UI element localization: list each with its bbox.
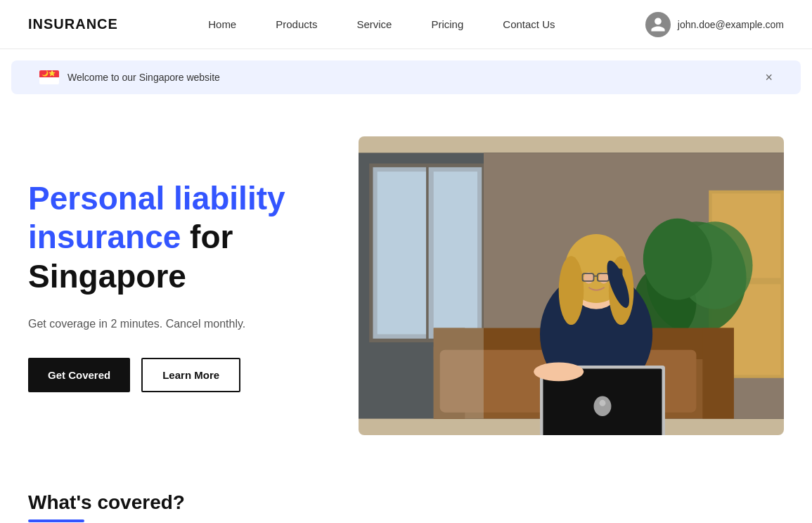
hero-section: Personal liabilityinsurance forSingapore… — [0, 94, 812, 463]
welcome-banner: 🌙⭐ Welcome to our Singapore website × — [11, 60, 801, 94]
hero-title-highlight: Personal liabilityinsurance — [28, 180, 285, 255]
banner-close-button[interactable]: × — [765, 71, 773, 84]
whats-covered-title: What's covered? — [28, 491, 784, 514]
user-section[interactable]: john.doe@example.com — [645, 12, 784, 37]
get-covered-button[interactable]: Get Covered — [28, 358, 130, 392]
banner-text: Welcome to our Singapore website — [67, 72, 220, 83]
hero-title: Personal liabilityinsurance forSingapore — [28, 179, 330, 296]
whats-covered-section: What's covered? — [0, 463, 812, 523]
hero-buttons: Get Covered Learn More — [28, 358, 330, 392]
nav-service[interactable]: Service — [337, 0, 411, 49]
hero-subtitle: Get coverage in 2 minutes. Cancel monthl… — [28, 316, 330, 332]
svg-rect-18 — [702, 328, 733, 419]
hero-content: Personal liabilityinsurance forSingapore… — [28, 179, 330, 392]
singapore-flag: 🌙⭐ — [39, 70, 59, 84]
main-nav: Home Products Service Pricing Contact Us — [188, 0, 574, 49]
nav-pricing[interactable]: Pricing — [411, 0, 483, 49]
section-underline — [28, 519, 84, 522]
svg-point-37 — [534, 362, 584, 381]
user-email: john.doe@example.com — [678, 19, 784, 30]
logo: INSURANCE — [28, 16, 118, 32]
learn-more-button[interactable]: Learn More — [141, 358, 240, 392]
hero-image-svg — [359, 136, 784, 435]
avatar — [645, 12, 671, 37]
nav-contact[interactable]: Contact Us — [483, 0, 574, 49]
svg-point-36 — [600, 400, 606, 406]
nav-home[interactable]: Home — [188, 0, 256, 49]
hero-image — [359, 136, 784, 435]
svg-point-24 — [559, 256, 584, 325]
header: INSURANCE Home Products Service Pricing … — [0, 0, 812, 49]
banner-left: 🌙⭐ Welcome to our Singapore website — [39, 70, 220, 84]
svg-point-13 — [643, 219, 712, 300]
svg-rect-38 — [359, 153, 484, 418]
nav-products[interactable]: Products — [256, 0, 337, 49]
